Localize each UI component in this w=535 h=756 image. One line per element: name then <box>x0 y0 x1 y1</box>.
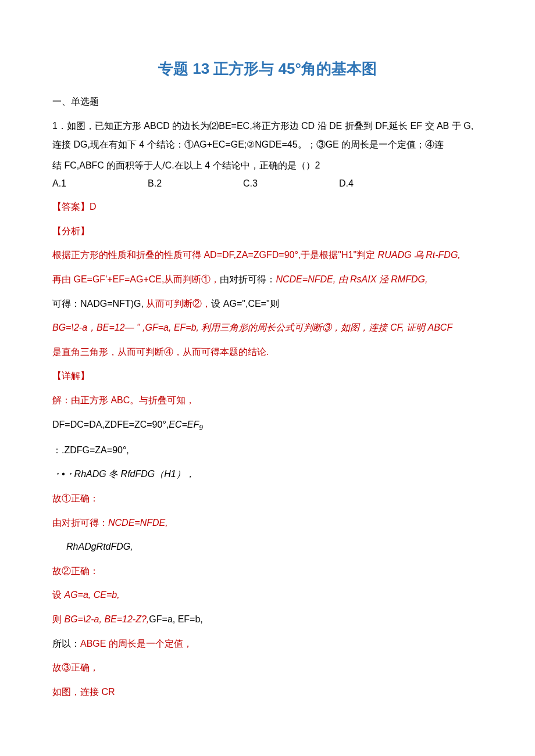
analysis-p3: 可得：NADG=NFT)G, 从而可判断②，设 AG=",CE="则 <box>52 296 483 311</box>
detail-d6-b: NCDE=NFDE, <box>108 518 168 528</box>
detail-d11: 所以：ABGE 的周长是一个定值， <box>52 636 483 651</box>
analysis-p4: BG=\2-a，BE=12— " ,GF=a, EF=b, 利用三角形的周长公式… <box>52 320 483 335</box>
detail-d4: ・•・RhADG 冬 RfdFDG（H1）， <box>52 467 483 482</box>
page-title: 专题 13 正方形与 45°角的基本图 <box>52 58 483 79</box>
analysis-p3-c: 从而可判断②， <box>144 299 211 309</box>
analysis-p5: 是直角三角形，从而可判断④，从而可得本题的结论. <box>52 345 483 360</box>
detail-d3: ：.ZDFG=ZA=90°, <box>52 443 483 458</box>
choice-c: C.3 <box>243 177 258 190</box>
analysis-p1-a: 根据正方形的性质和折叠的性质可得 AD=DF,ZA=ZGFD=90°,于是根据"… <box>52 250 378 260</box>
detail-d9-b: AG=a, CE=b, <box>64 590 119 600</box>
analysis-p2-c: NCDE=NFDE, <box>276 274 336 284</box>
analysis-p3-a: 可得： <box>52 299 80 309</box>
choice-d: D.4 <box>339 177 354 190</box>
detail-d13: 如图，连接 CR <box>52 685 483 700</box>
detail-d5: 故①正确： <box>52 491 483 506</box>
detail-d10: 则 BG=\2-a, BE=12-Z?,GF=a, EF=b, <box>52 612 483 627</box>
question-line-2: 结 FC,ABFC 的面积等于人/C.在以上 4 个结论中，正确的是（）2 <box>52 156 483 175</box>
detail-d7: RhADgRtdFDG, <box>52 539 483 554</box>
analysis-header: 【分析】 <box>52 224 483 239</box>
detail-d10-c: GF=a, EF=b, <box>149 614 202 624</box>
detail-d13-a: 如图，连接 CR <box>52 687 115 697</box>
analysis-p3-b: NADG=NFT)G, <box>80 299 144 309</box>
answer-line: 【答案】D <box>52 199 483 214</box>
detail-d11-b: ABGE 的周长是一个定值， <box>80 639 192 648</box>
detail-d10-a: 则 <box>52 614 64 624</box>
detail-d1: 解：由正方形 ABC。与折叠可知， <box>52 393 483 408</box>
answer-label: 【答案】 <box>52 202 90 212</box>
analysis-p2-a: 再由 GE=GF'+EF=AG+CE,从而判断①， <box>52 274 220 284</box>
analysis-p3-d: 设 AG=",CE="则 <box>211 299 279 309</box>
question-line-1: 1．如图，已知正方形 ABCD 的边长为⑵BE=EC,将正方形边 CD 沿 DE… <box>52 117 483 154</box>
detail-d2-b: EC=EF <box>169 420 199 429</box>
detail-d9-a: 设 <box>52 590 64 600</box>
detail-d11-a: 所以： <box>52 639 80 648</box>
analysis-p2-e: RsAIX 泾 RMFDG, <box>350 274 427 284</box>
detail-d6-a: 由对折可得： <box>52 518 108 528</box>
analysis-p2: 再由 GE=GF'+EF=AG+CE,从而判断①，由对折可得：NCDE=NFDE… <box>52 272 483 287</box>
section-heading: 一、单选题 <box>52 95 483 108</box>
detail-d8: 故②正确： <box>52 564 483 579</box>
detail-d12: 故③正确， <box>52 660 483 675</box>
detail-d10-b: BG=\2-a, BE=12-Z?, <box>64 614 149 624</box>
detail-header: 【详解】 <box>52 368 483 384</box>
detail-d1-text: 解：由正方形 ABC。与折叠可知， <box>52 395 195 405</box>
analysis-p2-b: 由对折可得： <box>220 274 276 284</box>
choice-row: A.1 B.2 C.3 D.4 <box>52 177 483 190</box>
answer-value: D <box>90 202 97 212</box>
detail-d6: 由对折可得：NCDE=NFDE, <box>52 515 483 531</box>
detail-d2-c: 9 <box>199 424 203 432</box>
choice-b: B.2 <box>148 177 162 190</box>
analysis-p1: 根据正方形的性质和折叠的性质可得 AD=DF,ZA=ZGFD=90°,于是根据"… <box>52 248 483 263</box>
choice-a: A.1 <box>52 177 66 190</box>
detail-d2-a: DF=DC=DA,ZDFE=ZC=90°, <box>52 420 169 429</box>
analysis-p1-b: RUADG 乌 Rt-FDG, <box>378 250 461 260</box>
detail-d2: DF=DC=DA,ZDFE=ZC=90°,EC=EF9 <box>52 417 483 433</box>
detail-d9: 设 AG=a, CE=b, <box>52 587 483 603</box>
analysis-p2-d: 由 <box>336 274 350 284</box>
